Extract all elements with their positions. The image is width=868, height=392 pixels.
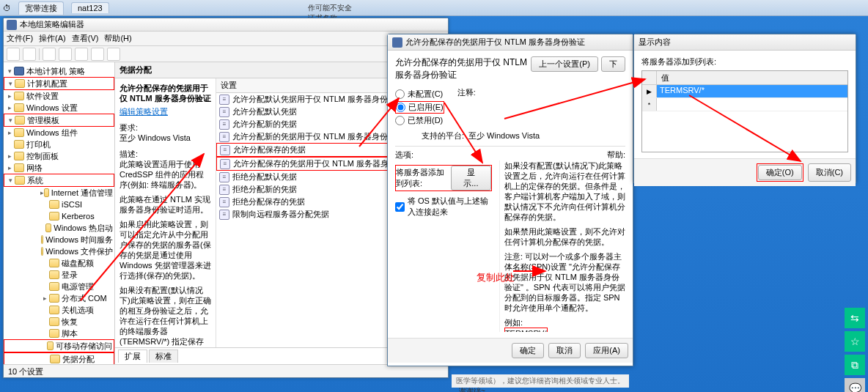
tree-item[interactable]: 登录 [4,269,114,281]
tree-root[interactable]: ▾本地计算机 策略 [4,65,114,77]
show-dialog-titlebar[interactable]: 显示内容 [634,34,856,51]
policy-icon: ≡ [219,107,229,117]
menu-action[interactable]: 操作(A) [39,33,66,44]
options-label: 选项: [395,149,413,160]
tree-cred-delegation[interactable]: 凭据分配 [4,352,114,364]
add-server-label: 将服务器添加到列表: [396,167,446,189]
tree-item[interactable]: ▸Windows 设置 [4,102,114,114]
platform-label: 支持的平台: [422,130,464,141]
tree-removable[interactable]: 可移动存储访问 [4,339,114,352]
refresh-button[interactable] [75,48,88,61]
grid-cell-value[interactable]: TERMSRV/* [657,85,847,97]
side-copy-button[interactable]: ⧉ [845,355,865,375]
tree-item[interactable]: 打印机 [4,138,114,150]
radio-not-configured[interactable]: 未配置(C) [395,89,444,100]
row-marker-icon: ▶ [642,85,657,97]
show-button[interactable]: 显示... [451,166,491,191]
annotation-copy-here: 复制此处 [477,271,515,284]
tree-item[interactable]: Kerberos [4,210,114,222]
gpedit-titlebar[interactable]: 本地组策略编辑器 [4,18,448,32]
policy-icon: ≡ [219,197,229,207]
tree-item[interactable]: 磁盘配额 [4,257,114,269]
side-share-button[interactable]: ⇆ [845,308,865,328]
tree-item[interactable]: ▸Windows 组件 [4,127,114,138]
tree-item[interactable]: 脚本 [4,328,114,339]
comment-label: 注释: [457,87,476,127]
show-ok-button[interactable]: 确定(O) [758,165,802,180]
policy-icon: ≡ [220,159,230,169]
prev-setting-button[interactable]: 上一个设置(P) [531,56,598,72]
description-pane: 允许分配保存的凭据用于仅 NTLM 服务器身份验证 编辑策略设置 要求: 至少 … [115,78,216,347]
tree-item[interactable]: ▸控制面板 [4,150,114,162]
tab-broadband[interactable]: 宽带连接 [18,1,64,15]
value-grid[interactable]: 值 ▶TERMSRV/* * [641,70,848,152]
gpedit-menubar[interactable]: 文件(F) 操作(A) 查看(V) 帮助(H) [4,32,448,46]
grid-row-selected[interactable]: ▶TERMSRV/* [642,85,847,98]
policy-heading: 允许分配保存的凭据用于仅 NTLM 服务器身份验证 [395,56,531,81]
tree-item[interactable]: Windows 文件保护 [4,245,114,257]
tab-extended[interactable]: 扩展 [118,350,147,363]
bg-footer2: ，谢谢绵~ [452,386,485,392]
props-button[interactable] [59,48,72,61]
policy-dialog-titlebar[interactable]: 允许分配保存的凭据用于仅 NTLM 服务器身份验证 [388,34,633,51]
cancel-button[interactable]: 取消 [548,343,581,358]
edit-policy-link[interactable]: 编辑策略设置 [119,107,168,116]
tree-item[interactable]: Windows 热启动 [4,222,114,234]
policy-icon: ≡ [219,210,229,220]
tree-item[interactable]: ▸网络 [4,162,114,174]
tree-item[interactable]: ▸Internet 通信管理 [4,187,114,199]
forward-button[interactable] [23,48,36,61]
filter-button[interactable] [107,48,120,61]
gpedit-icon [7,20,17,30]
show-cancel-button[interactable]: 取消(C) [808,163,851,182]
tab-standard[interactable]: 标准 [149,350,178,363]
tree-item[interactable]: Windows 时间服务 [4,234,114,245]
browser-tabbar: ⏱ 宽带连接 nat123 [0,0,868,16]
help-button[interactable] [91,48,104,61]
col-value[interactable]: 值 [657,71,847,84]
gpedit-tree[interactable]: ▾本地计算机 策略 ▾计算机配置 ▸软件设置 ▸Windows 设置 ▾管理模板… [4,62,115,364]
ok-button[interactable]: 确定 [512,343,544,358]
tree-computer-config[interactable]: ▾计算机配置 [4,77,114,90]
policy-icon: ≡ [219,119,229,130]
os-defaults-check[interactable]: 将 OS 默认值与上述输入连接起来 [395,196,492,218]
tree-item[interactable]: 电源管理 [4,281,114,292]
tree-system[interactable]: ▾系统 [4,174,114,187]
grid-row-new[interactable]: * [642,98,847,111]
show-add-label: 将服务器添加到列表: [641,56,848,67]
example-label: 例如: [504,317,625,328]
show-contents-dialog: 显示内容 将服务器添加到列表: 值 ▶TERMSRV/* * 确定(O) 取消(… [633,34,856,183]
dialog-icon [392,37,402,48]
menu-help[interactable]: 帮助(H) [104,33,131,44]
tree-item[interactable]: ▸软件设置 [4,90,114,102]
tree-item[interactable]: iSCSI [4,199,114,210]
policy-icon: ≡ [219,132,229,142]
menu-view[interactable]: 查看(V) [72,33,99,44]
bg-warning: 作可能不安全 [308,3,352,13]
radio-enabled[interactable]: 已启用(E) [395,101,444,114]
policy-dialog-title: 允许分配保存的凭据用于仅 NTLM 服务器身份验证 [405,37,585,48]
side-star-button[interactable]: ☆ [845,331,865,352]
clock: ⏱ [3,4,11,12]
desc-title: 允许分配保存的凭据用于仅 NTLM 服务器身份验证 [119,83,211,103]
status-bar: 10 个设置 [4,364,448,377]
help-label: 帮助: [607,149,625,160]
up-button[interactable] [43,48,56,61]
policy-dialog: 允许分配保存的凭据用于仅 NTLM 服务器身份验证 允许分配保存的凭据用于仅 N… [387,34,633,366]
gpedit-window: 本地组策略编辑器 文件(F) 操作(A) 查看(V) 帮助(H) ▾本地计算机 … [3,18,449,378]
tab-nat123[interactable]: nat123 [71,2,109,13]
radio-disabled[interactable]: 已禁用(D) [395,115,444,126]
tree-item[interactable]: 关机选项 [4,304,114,316]
help-text: 如果没有配置(默认情况下)此策略设置之后，允许向运行在任何计算机上的定保存的凭据… [499,160,625,332]
tree-item[interactable]: ▸分布式 COM [4,292,114,304]
policy-icon: ≡ [220,145,230,155]
next-setting-button[interactable]: 下 [601,56,625,72]
apply-button[interactable]: 应用(A) [585,343,628,358]
back-button[interactable] [7,48,20,61]
platform-value: 至少 Windows Vista [468,130,540,141]
tree-item[interactable]: 恢复 [4,316,114,328]
side-msg-button[interactable]: 💬 [845,378,865,392]
side-toolbar: ⇆ ☆ ⧉ 💬 [845,308,865,392]
tree-admin-templates[interactable]: ▾管理模板 [4,114,114,127]
menu-file[interactable]: 文件(F) [7,33,33,44]
